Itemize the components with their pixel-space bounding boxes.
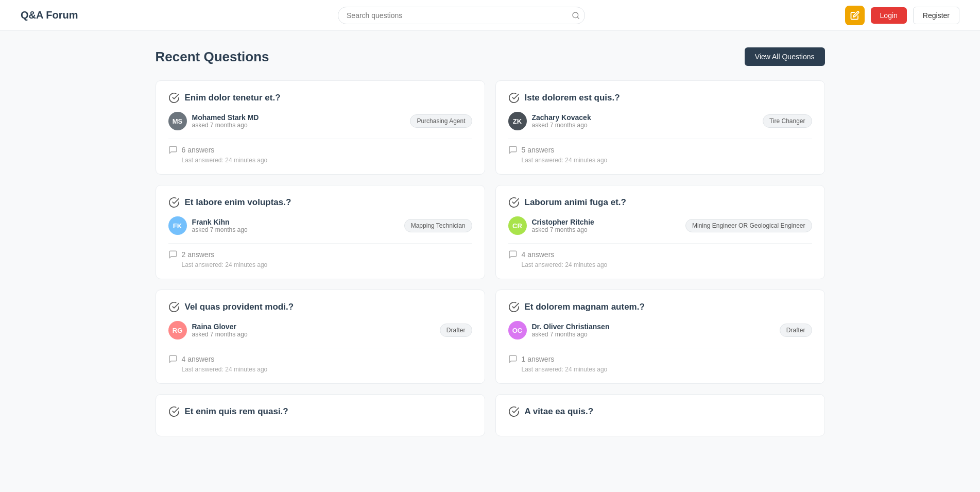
user-name: Frank Kihn [192, 218, 248, 226]
question-stats: 1 answers Last answered: 24 minutes ago [508, 354, 812, 373]
question-title-row: Iste dolorem est quis.? [508, 92, 812, 104]
answers-count: 2 answers [182, 250, 215, 259]
job-tag: Drafter [780, 324, 812, 337]
compose-icon [850, 11, 859, 20]
question-title: Et dolorem magnam autem.? [525, 302, 645, 312]
check-circle-icon [168, 92, 180, 104]
view-all-button[interactable]: View All Questions [745, 47, 825, 66]
answers-count: 1 answers [522, 355, 555, 363]
divider [168, 243, 472, 244]
question-title-row: Enim dolor tenetur et.? [168, 92, 472, 104]
question-stats: 5 answers Last answered: 24 minutes ago [508, 145, 812, 164]
chat-icon [508, 354, 518, 364]
check-circle-icon [168, 406, 180, 417]
asked-time: asked 7 months ago [532, 122, 591, 129]
last-answered: Last answered: 24 minutes ago [522, 157, 812, 164]
answers-row: 1 answers [508, 354, 812, 364]
question-card[interactable]: Laborum animi fuga et.? CR Cristopher Ri… [495, 185, 825, 279]
question-title-row: A vitae ea quis.? [508, 406, 812, 417]
user-info: OC Dr. Oliver Christiansen asked 7 month… [508, 321, 610, 340]
job-tag: Mapping Technician [404, 219, 472, 232]
last-answered: Last answered: 24 minutes ago [522, 366, 812, 373]
answers-count: 4 answers [182, 355, 215, 363]
chat-icon [168, 145, 178, 155]
last-answered: Last answered: 24 minutes ago [522, 261, 812, 268]
compose-button[interactable] [845, 6, 865, 25]
questions-grid: Enim dolor tenetur et.? MS Mohamed Stark… [156, 80, 825, 436]
question-meta: RG Raina Glover asked 7 months ago Draft… [168, 321, 472, 340]
asked-time: asked 7 months ago [192, 122, 259, 129]
question-title-row: Laborum animi fuga et.? [508, 197, 812, 208]
question-meta: FK Frank Kihn asked 7 months ago Mapping… [168, 216, 472, 235]
answers-count: 5 answers [522, 146, 555, 154]
avatar: MS [168, 112, 187, 130]
question-meta: OC Dr. Oliver Christiansen asked 7 month… [508, 321, 812, 340]
check-circle-icon [508, 301, 520, 313]
site-logo: Q&A Forum [21, 9, 78, 21]
question-card[interactable]: Enim dolor tenetur et.? MS Mohamed Stark… [156, 80, 485, 175]
user-name: Raina Glover [192, 323, 248, 331]
question-stats: 4 answers Last answered: 24 minutes ago [168, 354, 472, 373]
avatar: CR [508, 216, 527, 235]
question-title-row: Et labore enim voluptas.? [168, 197, 472, 208]
question-title: Enim dolor tenetur et.? [185, 93, 281, 103]
site-header: Q&A Forum Login Register [0, 0, 980, 31]
check-circle-icon [168, 301, 180, 313]
job-tag: Purchasing Agent [410, 114, 472, 128]
question-card[interactable]: Et dolorem magnam autem.? OC Dr. Oliver … [495, 290, 825, 384]
question-title-row: Et enim quis rem quasi.? [168, 406, 472, 417]
question-title: Et labore enim voluptas.? [185, 197, 291, 208]
question-meta: ZK Zachary Kovacek asked 7 months ago Ti… [508, 112, 812, 130]
user-details: Frank Kihn asked 7 months ago [192, 218, 248, 233]
question-card[interactable]: Iste dolorem est quis.? ZK Zachary Kovac… [495, 80, 825, 175]
check-circle-icon [508, 92, 520, 104]
svg-line-1 [577, 17, 579, 19]
question-card[interactable]: Vel quas provident modi.? RG Raina Glove… [156, 290, 485, 384]
divider [168, 348, 472, 348]
question-title: Vel quas provident modi.? [185, 302, 294, 312]
chat-icon [168, 354, 178, 364]
avatar: ZK [508, 112, 527, 130]
page-title: Recent Questions [156, 49, 269, 65]
search-input[interactable] [338, 7, 585, 24]
check-circle-icon [168, 197, 180, 208]
answers-row: 2 answers [168, 250, 472, 259]
user-details: Raina Glover asked 7 months ago [192, 323, 248, 338]
user-info: FK Frank Kihn asked 7 months ago [168, 216, 248, 235]
header-actions: Login Register [845, 6, 959, 25]
user-details: Mohamed Stark MD asked 7 months ago [192, 113, 259, 129]
question-title: Et enim quis rem quasi.? [185, 406, 288, 417]
chat-icon [168, 250, 178, 259]
answers-count: 6 answers [182, 146, 215, 154]
page-header: Recent Questions View All Questions [156, 47, 825, 66]
user-details: Dr. Oliver Christiansen asked 7 months a… [532, 323, 610, 338]
divider [508, 139, 812, 139]
job-tag: Drafter [440, 324, 472, 337]
search-bar [338, 7, 585, 24]
search-button[interactable] [572, 11, 580, 20]
user-info: ZK Zachary Kovacek asked 7 months ago [508, 112, 591, 130]
user-name: Zachary Kovacek [532, 113, 591, 122]
last-answered: Last answered: 24 minutes ago [182, 261, 472, 268]
avatar: OC [508, 321, 527, 340]
question-title: A vitae ea quis.? [525, 406, 594, 417]
question-card[interactable]: Et enim quis rem quasi.? [156, 394, 485, 436]
asked-time: asked 7 months ago [192, 226, 248, 233]
last-answered: Last answered: 24 minutes ago [182, 366, 472, 373]
asked-time: asked 7 months ago [532, 331, 610, 338]
user-details: Cristopher Ritchie asked 7 months ago [532, 218, 594, 233]
chat-icon [508, 250, 518, 259]
job-tag: Tire Changer [763, 114, 812, 128]
user-info: CR Cristopher Ritchie asked 7 months ago [508, 216, 594, 235]
avatar: RG [168, 321, 187, 340]
question-title: Iste dolorem est quis.? [525, 93, 620, 103]
user-info: RG Raina Glover asked 7 months ago [168, 321, 248, 340]
question-card[interactable]: Et labore enim voluptas.? FK Frank Kihn … [156, 185, 485, 279]
login-button[interactable]: Login [871, 7, 907, 24]
divider [168, 139, 472, 139]
check-circle-icon [508, 197, 520, 208]
divider [508, 348, 812, 348]
user-info: MS Mohamed Stark MD asked 7 months ago [168, 112, 259, 130]
question-card[interactable]: A vitae ea quis.? [495, 394, 825, 436]
register-button[interactable]: Register [913, 7, 959, 24]
